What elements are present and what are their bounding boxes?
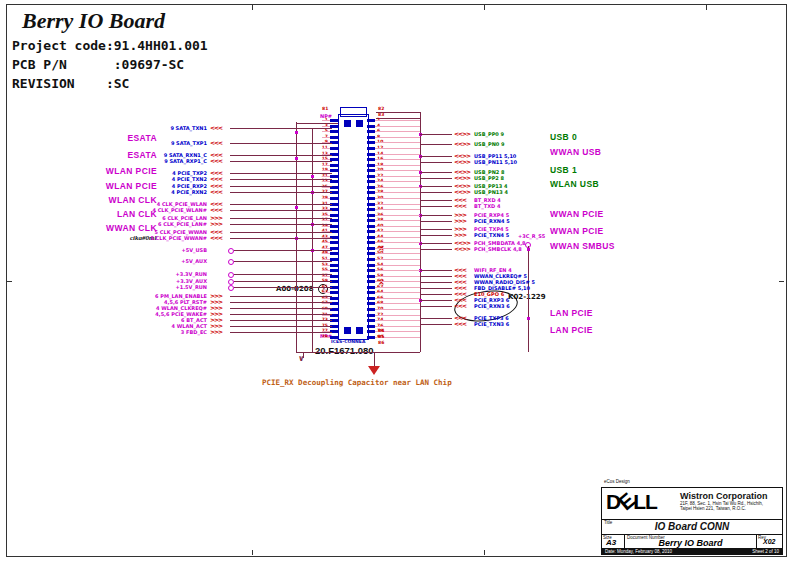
frame-tick (779, 281, 784, 282)
net-label: 3 FBD_EC (95, 329, 207, 335)
net-label: 9 SATA_TXN1 (95, 125, 207, 131)
connector-pin-stub (367, 286, 375, 289)
connector-pin-stub (367, 252, 375, 255)
connector-pin-stub (367, 219, 375, 222)
net-wire (420, 206, 452, 207)
net-wire (230, 128, 332, 129)
bus-wire-horizontal (376, 118, 420, 119)
bus-name-label: WLAN USB (550, 179, 599, 189)
pin-wire-highlight (375, 204, 420, 205)
connector-pin-stub (367, 297, 375, 300)
pin-wire-highlight (375, 137, 420, 138)
offpage-chevron-icon: <<>> (454, 131, 470, 137)
junction-dot (295, 157, 298, 160)
net-label: PCIE_RXN4 5 (474, 218, 510, 224)
connector-pin-stub (330, 336, 338, 339)
company-name: Wistron Corporation (680, 491, 767, 501)
connector-pin-stub (367, 308, 375, 311)
offpage-chevron-icon: >>> (454, 232, 466, 238)
offpage-chevron-icon: <<< (210, 235, 222, 241)
bus-name-label: ESATA (85, 133, 157, 143)
pin-wire-highlight (322, 253, 330, 254)
rev-value: X02 (763, 538, 775, 545)
power-terminal-icon (228, 248, 234, 254)
pin-wire-highlight (322, 181, 330, 182)
pin-number: 83 (378, 113, 384, 118)
net-label: PCIE_TXN3 6 (474, 321, 509, 327)
pin-wire-highlight (375, 276, 420, 277)
connector-pin-stub (367, 230, 375, 233)
bus-name-label: USB 0 (550, 132, 577, 142)
connector-pin-stub (367, 147, 375, 150)
junction-dot (527, 317, 530, 320)
offpage-chevron-icon: <<>> (454, 175, 470, 181)
connector-pin-stub (367, 180, 375, 183)
connector-key-box (344, 120, 351, 127)
net-label: 5 CLK_PCIE_WWAN# (95, 235, 207, 241)
net-wire (420, 249, 452, 250)
net-label: USB_PP2 8 (474, 175, 504, 181)
net-wire (230, 155, 332, 156)
connector-pin-stub (367, 269, 375, 272)
pin-number: 82 (378, 107, 384, 112)
net-wire (234, 281, 332, 282)
power-flag-icon (368, 366, 380, 375)
connector-pin-stub (367, 247, 375, 250)
bus-name-label: WWAN PCIE (550, 209, 604, 219)
schematic-sheet: Berry IO Board Project code:91.4HH01.001… (0, 0, 793, 561)
pin-wire-highlight (375, 220, 420, 221)
bus-name-label: USB 1 (550, 165, 577, 175)
pin-wire-highlight (375, 159, 420, 160)
connector-pin-stub (330, 130, 338, 133)
bus-name-label: WLAN PCIE (85, 166, 157, 176)
net-label: PCH_SMBCLK 4,8 (474, 246, 522, 252)
connector-pin-stub (367, 197, 375, 200)
pin-wire-highlight (375, 142, 420, 143)
pin-wire-highlight (375, 126, 420, 127)
sheet-field: Sheet 2 of 10 (752, 549, 779, 555)
net-wire (230, 332, 332, 333)
bus-name-label: LAN PCIE (550, 308, 593, 318)
bus-wire-horizontal (296, 352, 420, 353)
bus-name-label: WLAN CLK (85, 195, 157, 205)
power-tap-label: +3C_R_S5 (518, 233, 545, 239)
pin-wire-highlight (375, 209, 420, 210)
pin-wire-highlight (375, 298, 420, 299)
connector-pin-stub (367, 275, 375, 278)
connector-pin-stub (367, 291, 375, 294)
pin-wire-highlight (322, 303, 330, 304)
pin-wire-highlight (375, 131, 420, 132)
offpage-chevron-icon: <<< (210, 158, 222, 164)
frame-tick (484, 550, 485, 555)
pin-wire-highlight (375, 315, 420, 316)
pin-wire-highlight (375, 237, 420, 238)
connector-pin-stub (367, 125, 375, 128)
pin-wire-highlight (322, 165, 330, 166)
power-terminal-icon (228, 285, 234, 291)
pin-wire-highlight (322, 337, 330, 338)
company-addr2: Taipei Hsien 221, Taiwan, R.O.C. (680, 506, 767, 511)
dell-logo-letter: L (645, 490, 657, 514)
size-value: A3 (606, 538, 616, 547)
title-block: DELL Wistron Corporation 21F, 88, Sec. 1… (601, 487, 783, 555)
page-title: Berry IO Board (22, 8, 165, 34)
connector-pin-stub (330, 214, 338, 217)
connector-pin-stub (367, 164, 375, 167)
pin-wire-highlight (375, 231, 420, 232)
net-wire (420, 288, 452, 289)
connector-pin-stub (367, 119, 375, 122)
offpage-chevron-icon: <<< (210, 207, 222, 213)
connector-pin-stub (367, 136, 375, 139)
pin-wire-highlight (375, 176, 420, 177)
connector-pin-stub (367, 225, 375, 228)
net-wire (420, 306, 452, 307)
junction-dot (295, 206, 298, 209)
connector-pin-stub (330, 269, 338, 272)
net-wire (420, 144, 452, 145)
connector-pin-stub (367, 153, 375, 156)
bus-name-label: LAN CLK (85, 209, 157, 219)
offpage-chevron-icon: <<>> (454, 141, 470, 147)
net-wire (230, 161, 332, 162)
connector-pin-stub (330, 252, 338, 255)
pin-wire-highlight (322, 270, 330, 271)
